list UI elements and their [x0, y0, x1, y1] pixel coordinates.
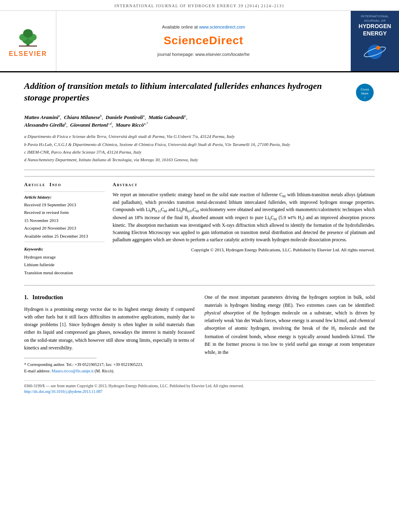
affiliation-b: b Pavia H₂ Lab, C.S.G.I & Dipartimento d… — [24, 142, 375, 148]
abstract-col: Abstract We report an innovative synthet… — [113, 181, 375, 277]
affiliation-a: a Dipartimento di Fisica e Scienze della… — [24, 134, 375, 140]
elsevier-brand-text: ELSEVIER — [9, 49, 47, 58]
doi-link[interactable]: http://dx.doi.org/10.1016/j.ijhydene.201… — [24, 389, 103, 394]
author-ricco: Mauro Riccò — [115, 122, 144, 128]
affiliations-section: a Dipartimento di Fisica e Scienze della… — [24, 134, 375, 170]
svg-text:✓: ✓ — [364, 96, 366, 99]
elsevier-logo: ELSEVIER — [0, 11, 56, 71]
doi-line: http://dx.doi.org/10.1016/j.ijhydene.201… — [24, 389, 375, 394]
footnote-divider — [24, 358, 97, 358]
section-heading: 1. Introduction — [24, 294, 195, 302]
keyword-2: Lithium fulleride — [24, 261, 105, 268]
elsevier-tree-icon — [4, 24, 52, 48]
journal-homepage: journal homepage: www.elsevier.com/locat… — [157, 51, 249, 58]
email-link[interactable]: Mauro.ricco@fis.unipr.it — [51, 369, 93, 373]
crossmark-badge: Cross Mark ✓ — [355, 82, 375, 103]
email-person: (M. Riccò). — [95, 369, 114, 373]
journal-header: International Journal of Hydrogen Energy… — [0, 0, 399, 11]
he-title1: HYDROGEN — [354, 23, 396, 30]
author-gaboardi: Mattia Gaboardi — [148, 114, 184, 120]
article-info-title: Article Info — [24, 181, 105, 188]
authors-line2: Alessandro Girellab, Giovanni Bertonic,d… — [24, 121, 375, 129]
author-bertoni: Giovanni Bertoni — [70, 122, 108, 128]
sciencedirect-logo: ScienceDirect — [164, 33, 243, 48]
abstract-title: Abstract — [113, 181, 375, 188]
footnote-section: * Corresponding author. Tel.: +39 052190… — [24, 362, 195, 374]
two-col-layout: 1. Introduction Hydrogen is a promising … — [24, 294, 375, 374]
affiliation-d: d Nanochemistry Department, Istituto Ita… — [24, 157, 375, 163]
sciencedirect-banner: Available online at www.sciencedirect.co… — [56, 11, 351, 71]
info-divider-1 — [24, 191, 105, 192]
article-body: Article Info Article history: Received 1… — [24, 176, 375, 277]
svg-point-4 — [23, 29, 33, 37]
revised-label: Received in revised form — [24, 209, 105, 216]
intro-left-col: 1. Introduction Hydrogen is a promising … — [24, 294, 195, 374]
svg-rect-5 — [19, 45, 37, 47]
issn-line: 0360-3199/$ — see front matter Copyright… — [24, 383, 375, 389]
copyright-text: Copyright © 2013, Hydrogen Energy Public… — [113, 247, 375, 253]
received-date: Received 19 September 2013 — [24, 201, 105, 208]
author-milanese: Chiara Milanese — [64, 114, 100, 120]
corresponding-note: * Corresponding author. Tel.: +39 052190… — [24, 362, 195, 368]
journal-title-bar: International Journal of Hydrogen Energy… — [114, 4, 284, 8]
revised-date: 15 November 2013 — [24, 217, 105, 224]
keywords-section: Keywords: Hydrogen storage Lithium fulle… — [24, 246, 105, 276]
keyword-3: Transition metal decoration — [24, 269, 105, 276]
author-aramini: Matteo Aramini — [24, 114, 58, 120]
article-info-col: Article Info Article history: Received 1… — [24, 181, 105, 277]
keywords-label: Keywords: — [24, 246, 105, 252]
available-date: Available online 25 December 2013 — [24, 233, 105, 240]
main-content: Addition of transition metals to lithium… — [0, 72, 399, 403]
he-title2: ENERGY — [354, 30, 396, 38]
section-title: Introduction — [33, 294, 63, 302]
authors-section: Matteo Araminia, Chiara Milaneseb, Danie… — [24, 114, 375, 129]
keyword-1: Hydrogen storage — [24, 254, 105, 261]
history-label: Article history: — [24, 194, 105, 200]
author-pontiroli: Daniele Pontiroli — [106, 114, 143, 120]
svg-text:Cross: Cross — [361, 88, 369, 91]
intro-right-col: One of the most important parameters dri… — [205, 294, 375, 374]
available-online-text: Available online at www.sciencedirect.co… — [162, 24, 245, 30]
accepted-date: Accepted 20 November 2013 — [24, 225, 105, 232]
email-label: E-mail address: — [24, 369, 51, 373]
info-divider-2 — [24, 242, 105, 242]
abstract-text: We report an innovative synthetic strate… — [113, 191, 375, 244]
hydrogen-energy-logo: International Journal of HYDROGEN ENERGY — [351, 11, 399, 71]
he-logo-inner: International Journal of HYDROGEN ENERGY — [354, 14, 396, 68]
article-title: Addition of transition metals to lithium… — [24, 80, 355, 103]
he-journal-text: International Journal of — [354, 14, 396, 23]
author-girella: Alessandro Girella — [24, 122, 65, 128]
intro-left-text: Hydrogen is a promising energy vector du… — [24, 306, 195, 352]
body-divider — [24, 285, 375, 286]
svg-point-8 — [376, 46, 380, 50]
affiliation-c: c IMEM-CNR, Parco Area delle Scienze 37/… — [24, 149, 375, 155]
authors-line1: Matteo Araminia, Chiara Milaneseb, Danie… — [24, 114, 375, 121]
logo-banner: ELSEVIER Available online at www.science… — [0, 11, 399, 72]
bottom-bar: 0360-3199/$ — see front matter Copyright… — [24, 380, 375, 394]
article-title-section: Addition of transition metals to lithium… — [24, 80, 375, 107]
intro-right-text: One of the most important parameters dri… — [205, 294, 375, 356]
planet-icon — [363, 40, 387, 64]
section-number: 1. — [24, 294, 29, 302]
svg-text:Mark: Mark — [361, 92, 369, 95]
email-note: E-mail address: Mauro.ricco@fis.unipr.it… — [24, 368, 195, 374]
sciencedirect-url[interactable]: www.sciencedirect.com — [199, 25, 245, 29]
